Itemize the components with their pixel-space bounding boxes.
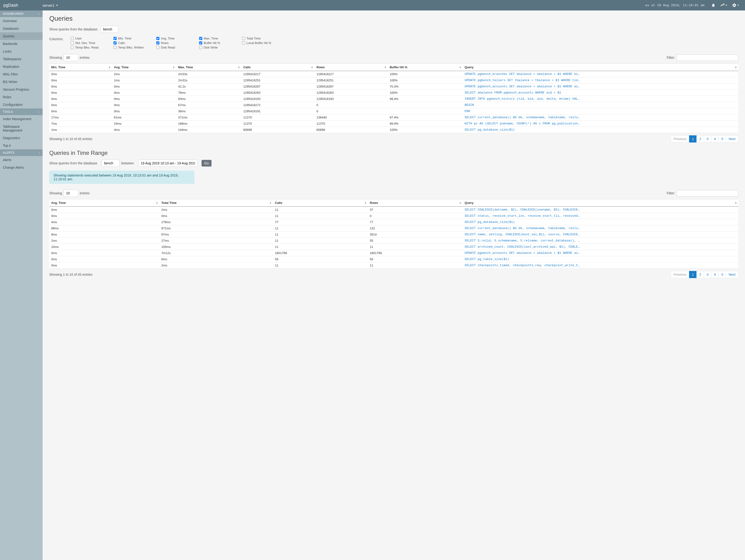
query-cell[interactable]: SELECT current_database() AS db, scheman… bbox=[463, 114, 738, 121]
sidebar-item-change-alerts[interactable]: Change Alerts bbox=[0, 164, 42, 171]
nav-section-header[interactable]: ALERTS› bbox=[0, 150, 42, 156]
sidebar-item-backends[interactable]: Backends bbox=[0, 40, 42, 47]
checkbox[interactable] bbox=[156, 41, 159, 44]
sidebar-item-configuration[interactable]: Configuration bbox=[0, 101, 42, 108]
query-cell[interactable]: SELECT pg_table_size($1) bbox=[463, 256, 738, 262]
pager-next[interactable]: Next bbox=[726, 271, 738, 278]
checkbox[interactable] bbox=[71, 46, 74, 49]
sidebar-item-roles[interactable]: Roles bbox=[0, 93, 42, 101]
query-cell[interactable]: SELECT name, setting, COALESCE(boot_val,… bbox=[463, 231, 738, 238]
checkbox[interactable] bbox=[114, 37, 117, 40]
nav-section-header[interactable]: DASHBOARDS› bbox=[0, 10, 42, 17]
sidebar-item-alerts[interactable]: Alerts bbox=[0, 156, 42, 164]
query-cell[interactable]: BEGIN bbox=[463, 102, 738, 108]
column-check-user[interactable]: User bbox=[71, 37, 114, 40]
show-entries-input[interactable] bbox=[64, 54, 78, 61]
chart-menu[interactable]: ▼ bbox=[720, 3, 727, 7]
sidebar-item-queries[interactable]: Queries bbox=[0, 32, 42, 40]
pager-2[interactable]: 2 bbox=[697, 135, 704, 142]
column-check-rows[interactable]: Rows bbox=[156, 41, 199, 45]
query-cell[interactable]: SELECT COALESCE(datname, $2), COALESCE(u… bbox=[463, 206, 738, 213]
col-header[interactable]: Calls▲▼ bbox=[273, 199, 368, 207]
checkbox[interactable] bbox=[156, 46, 159, 49]
sidebar-item-index-management[interactable]: Index Management bbox=[0, 115, 42, 123]
checkbox[interactable] bbox=[199, 37, 202, 40]
query-cell[interactable]: INSERT INTO pgbench_history (tid, bid, a… bbox=[463, 96, 738, 102]
sidebar-item-vacuum-progress[interactable]: Vacuum Progress bbox=[0, 86, 42, 93]
checkbox[interactable] bbox=[242, 41, 245, 44]
column-check-buffer-hit-[interactable]: Buffer Hit % bbox=[199, 41, 242, 45]
tr-db-input[interactable] bbox=[102, 160, 120, 167]
sidebar-item-overview[interactable]: Overview bbox=[0, 17, 42, 25]
column-check-local-buffer-hit-[interactable]: Local Buffer Hit % bbox=[242, 41, 285, 45]
sidebar-item-tablespaces[interactable]: Tablespaces bbox=[0, 55, 42, 63]
checkbox[interactable] bbox=[156, 37, 159, 40]
query-cell[interactable]: SELECT archived_count, COALESCE(last_arc… bbox=[463, 244, 738, 250]
column-check-disk-write[interactable]: Disk Write bbox=[199, 46, 242, 49]
sidebar-item-replication[interactable]: Replication bbox=[0, 63, 42, 70]
tr-show-entries-input[interactable] bbox=[64, 190, 78, 197]
column-check-avg-time[interactable]: Avg. Time bbox=[156, 37, 199, 40]
col-header[interactable]: Query▲▼ bbox=[463, 199, 738, 207]
col-header[interactable]: Min. Time▲▼ bbox=[49, 64, 112, 71]
pager-5[interactable]: 5 bbox=[718, 135, 726, 142]
checkbox[interactable] bbox=[199, 46, 202, 49]
pager-next[interactable]: Next bbox=[726, 135, 738, 142]
pager-3[interactable]: 3 bbox=[704, 135, 711, 142]
column-check-temp-blks-read[interactable]: Temp Blks. Read bbox=[71, 46, 114, 49]
checkbox[interactable] bbox=[71, 37, 74, 40]
sidebar-item-diagnostics[interactable]: Diagnostics bbox=[0, 134, 42, 142]
col-header[interactable]: Buffer Hit %▲▼ bbox=[388, 64, 463, 71]
col-header[interactable]: Rows▲▼ bbox=[315, 64, 388, 71]
pager-5[interactable]: 5 bbox=[718, 271, 726, 278]
checkbox[interactable] bbox=[199, 41, 202, 44]
query-cell[interactable]: UPDATE pgbench_tellers SET tbalance = tb… bbox=[463, 77, 738, 84]
pager-4[interactable]: 4 bbox=[711, 135, 719, 142]
go-button[interactable]: Go bbox=[201, 160, 212, 167]
pager-3[interactable]: 3 bbox=[704, 271, 711, 278]
query-cell[interactable]: END bbox=[463, 108, 738, 114]
query-cell[interactable]: WITH pc AS (SELECT pubname, COUNT(*) AS … bbox=[463, 121, 738, 127]
query-cell[interactable]: UPDATE pgbench_accounts SET abalance = a… bbox=[463, 84, 738, 90]
col-header[interactable]: Query▲▼ bbox=[463, 64, 738, 71]
query-cell[interactable]: SELECT current_database() AS db, scheman… bbox=[463, 225, 738, 231]
column-check-max-time[interactable]: Max. Time bbox=[199, 37, 242, 40]
sidebar-item-databases[interactable]: Databases bbox=[0, 25, 42, 32]
query-cell[interactable]: SELECT checkpoints_timed, checkpoints_re… bbox=[463, 262, 738, 269]
column-check-min-time[interactable]: Min. Time bbox=[114, 37, 156, 40]
col-header[interactable]: Rows▲▼ bbox=[368, 199, 463, 207]
tr-filter-input[interactable] bbox=[677, 190, 738, 197]
sidebar-item-top-k[interactable]: Top k bbox=[0, 142, 42, 150]
column-check-calls[interactable]: Calls bbox=[114, 41, 156, 45]
tr-range-input[interactable] bbox=[138, 160, 198, 167]
pager-4[interactable]: 4 bbox=[711, 271, 719, 278]
notifications-button[interactable] bbox=[711, 3, 715, 7]
col-header[interactable]: Total Time▲▼ bbox=[159, 199, 273, 207]
query-cell[interactable]: UPDATE pgbench_branches SET bbalance = b… bbox=[463, 71, 738, 77]
query-cell[interactable]: SELECT pg_database_size($1) bbox=[463, 127, 738, 133]
col-header[interactable]: Avg. Time▲▼ bbox=[49, 199, 159, 207]
pager-1[interactable]: 1 bbox=[689, 271, 697, 278]
column-check-temp-blks-written[interactable]: Temp Blks. Written bbox=[114, 46, 156, 49]
sidebar-item-locks[interactable]: Locks bbox=[0, 47, 42, 55]
filter-input[interactable] bbox=[677, 55, 738, 61]
query-cell[interactable]: SELECT S.relid, S.schemaname, S.relname,… bbox=[463, 238, 738, 244]
column-check-disk-read[interactable]: Disk Read bbox=[156, 46, 199, 49]
sidebar-item-tablespace-management[interactable]: Tablespace Management bbox=[0, 123, 42, 134]
sidebar-item-wal-files[interactable]: WAL Files bbox=[0, 70, 42, 78]
checkbox[interactable] bbox=[114, 46, 117, 49]
pager-1[interactable]: 1 bbox=[689, 135, 697, 142]
settings-menu[interactable]: ▼ bbox=[732, 3, 739, 7]
checkbox[interactable] bbox=[242, 37, 245, 40]
nav-section-header[interactable]: TOOLS› bbox=[0, 108, 42, 115]
db-filter-input[interactable] bbox=[100, 26, 118, 33]
query-cell[interactable]: UPDATE pgbench_accounts SET abalance = a… bbox=[463, 250, 738, 256]
checkbox[interactable] bbox=[71, 41, 74, 44]
server-selector[interactable]: server1 ▼ bbox=[42, 3, 58, 7]
col-header[interactable]: Calls▲▼ bbox=[241, 64, 315, 71]
query-cell[interactable]: SELECT status, receive_start_lsn, receiv… bbox=[463, 213, 738, 219]
query-cell[interactable]: SELECT abalance FROM pgbench_accounts WH… bbox=[463, 90, 738, 96]
query-cell[interactable]: SELECT pg_database_size($1) bbox=[463, 219, 738, 225]
checkbox[interactable] bbox=[114, 41, 117, 44]
pager-2[interactable]: 2 bbox=[697, 271, 704, 278]
